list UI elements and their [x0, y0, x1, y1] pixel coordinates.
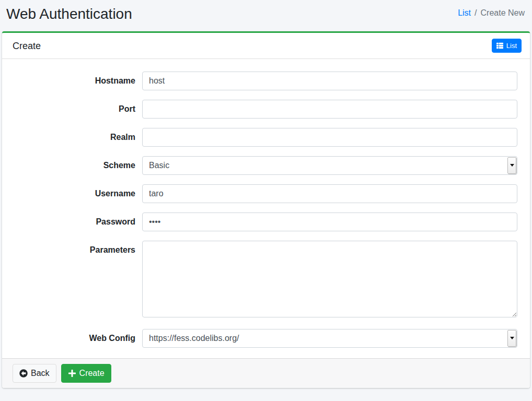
chevron-down-icon: [507, 330, 516, 347]
web-config-label: Web Config: [13, 329, 142, 344]
form-row-username: Username: [13, 184, 517, 203]
form-row-realm: Realm: [13, 128, 517, 147]
card-footer: Back Create: [2, 358, 530, 388]
port-label: Port: [13, 100, 142, 114]
parameters-textarea[interactable]: [142, 241, 517, 317]
scheme-select-value: Basic: [149, 157, 517, 174]
hostname-label: Hostname: [13, 72, 142, 86]
breadcrumb-separator: /: [471, 8, 480, 17]
breadcrumb-list-link[interactable]: List: [458, 8, 471, 17]
hostname-input[interactable]: [142, 72, 517, 90]
breadcrumb: List/Create New: [458, 4, 525, 18]
form-row-password: Password: [13, 213, 517, 231]
create-button[interactable]: Create: [61, 364, 111, 383]
form-row-web-config: Web Config https://fess.codelibs.org/: [13, 329, 517, 348]
create-button-label: Create: [79, 368, 105, 379]
breadcrumb-current: Create New: [481, 8, 525, 17]
realm-label: Realm: [13, 128, 142, 143]
card-header: Create List: [2, 33, 530, 59]
back-button-label: Back: [31, 368, 50, 379]
list-button[interactable]: List: [492, 39, 522, 53]
create-card: Create List Hostname Port: [2, 31, 530, 388]
web-config-select-value: https://fess.codelibs.org/: [149, 329, 517, 347]
th-list-icon: [496, 42, 503, 49]
page-header: Web Authentication List/Create New: [0, 0, 532, 31]
port-input[interactable]: [142, 100, 517, 119]
web-config-select[interactable]: https://fess.codelibs.org/: [142, 329, 517, 348]
card-title: Create: [13, 39, 41, 53]
form-row-scheme: Scheme Basic: [13, 156, 517, 175]
page-title: Web Authentication: [6, 4, 132, 24]
username-label: Username: [13, 184, 142, 199]
card-body: Hostname Port Realm Scheme Basic: [2, 59, 530, 358]
list-button-label: List: [506, 41, 517, 50]
password-label: Password: [13, 213, 142, 227]
form-row-port: Port: [13, 100, 517, 119]
chevron-down-icon: [507, 157, 516, 174]
password-input[interactable]: [142, 213, 517, 231]
scheme-label: Scheme: [13, 156, 142, 171]
form-row-hostname: Hostname: [13, 72, 517, 90]
back-button[interactable]: Back: [13, 364, 56, 383]
arrow-circle-left-icon: [19, 369, 28, 378]
form-row-parameters: Parameters: [13, 241, 517, 320]
parameters-label: Parameters: [13, 241, 142, 255]
realm-input[interactable]: [142, 128, 517, 147]
plus-icon: [68, 369, 76, 378]
scheme-select[interactable]: Basic: [142, 156, 517, 175]
username-input[interactable]: [142, 184, 517, 203]
